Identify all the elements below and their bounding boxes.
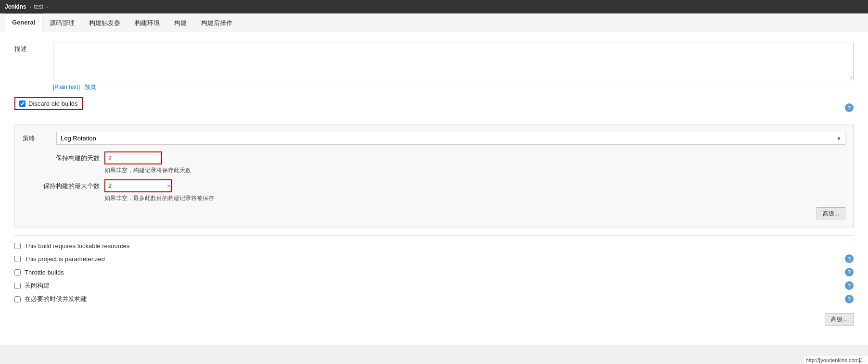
divider-1: [14, 235, 854, 236]
breadcrumb-arrow-2: ›: [46, 4, 48, 10]
plain-text-link[interactable]: [Plain text]: [53, 84, 80, 90]
preview-link[interactable]: 预览: [85, 84, 96, 90]
days-keep-label: 保持构建的天数: [23, 154, 100, 163]
throttle-builds-label: Throttle builds: [25, 269, 64, 276]
tab-build-env[interactable]: 构建环境: [128, 13, 167, 32]
description-label: 描述: [14, 42, 53, 53]
discard-builds-help-icon[interactable]: ?: [845, 103, 854, 112]
bottom-advanced-button[interactable]: 高级...: [825, 313, 854, 326]
tab-source-mgmt[interactable]: 源码管理: [42, 13, 82, 32]
concurrent-build-checkbox[interactable]: [14, 296, 21, 302]
throttle-builds-checkbox[interactable]: [14, 269, 21, 276]
description-row: 描述 [Plain text] 预览: [14, 42, 854, 91]
days-keep-input-wrap: [104, 151, 162, 164]
breadcrumb-test[interactable]: test: [34, 3, 43, 10]
max-builds-hint: 如果非空，最多此数目的构建记录将被保存: [104, 194, 845, 202]
concurrent-build-help-icon[interactable]: ?: [845, 295, 854, 303]
tab-general[interactable]: General: [5, 13, 42, 32]
checkbox-row-throttle: Throttle builds ?: [14, 268, 854, 276]
max-builds-clear-button[interactable]: ×: [167, 183, 171, 189]
parameterized-help-icon[interactable]: ?: [845, 254, 854, 263]
plain-text-row: [Plain text] 预览: [53, 83, 96, 91]
checkbox-row-parameterized: This project is parameterized ?: [14, 254, 854, 263]
advanced-btn-row: 高级...: [23, 207, 845, 220]
description-textarea[interactable]: [53, 42, 854, 80]
strategy-label: 策略: [23, 134, 51, 143]
days-keep-input[interactable]: [104, 151, 162, 164]
advanced-button[interactable]: 高级...: [817, 207, 845, 220]
max-builds-input-wrap: ×: [104, 179, 172, 192]
strategy-area: 策略 Log Rotation ▼ 保持构建的天数 如果非空，构建记录将保存此天…: [14, 125, 854, 227]
lockable-resources-checkbox[interactable]: [14, 243, 21, 249]
tab-bar: General 源码管理 构建触发器 构建环境 构建 构建后操作: [0, 13, 868, 32]
strategy-row: 策略 Log Rotation ▼: [23, 132, 845, 145]
discard-builds-checkbox[interactable]: [19, 100, 26, 107]
max-builds-label-row: 保持构建的最大个数 ×: [23, 179, 845, 192]
checkbox-row-lockable: This build requires lockable resources: [14, 242, 854, 250]
strategy-select-wrap: Log Rotation ▼: [56, 132, 845, 145]
days-keep-row: 保持构建的天数 如果非空，构建记录将保存此天数: [23, 151, 845, 175]
disable-build-label: 关闭构建: [25, 281, 50, 290]
jenkins-logo[interactable]: Jenkins: [5, 3, 26, 10]
bottom-advanced-row: 高级...: [14, 313, 854, 336]
checkbox-row-disable-build: 关闭构建 ?: [14, 281, 854, 290]
days-keep-label-row: 保持构建的天数: [23, 151, 845, 164]
disable-build-checkbox[interactable]: [14, 283, 21, 289]
max-builds-input[interactable]: [104, 179, 172, 192]
description-control-wrap: [Plain text] 预览: [53, 42, 854, 91]
checkbox-row-concurrent: 在必要的时候并发构建 ?: [14, 295, 854, 303]
lockable-resources-label: This build requires lockable resources: [25, 242, 129, 250]
tab-build-triggers[interactable]: 构建触发器: [82, 13, 128, 32]
max-builds-label: 保持构建的最大个数: [23, 182, 100, 190]
breadcrumb-arrow-1: ›: [29, 4, 31, 10]
parameterized-checkbox[interactable]: [14, 256, 21, 262]
throttle-builds-help-icon[interactable]: ?: [845, 268, 854, 276]
checkbox-section: This build requires lockable resources T…: [14, 242, 854, 303]
max-builds-row: 保持构建的最大个数 × 如果非空，最多此数目的构建记录将被保存: [23, 179, 845, 202]
tab-post-build[interactable]: 构建后操作: [194, 13, 240, 32]
discard-builds-label: Discard old builds: [28, 100, 78, 107]
strategy-select[interactable]: Log Rotation: [56, 132, 845, 145]
form-area: 描述 [Plain text] 预览 Discard old builds ?: [0, 32, 868, 345]
concurrent-build-label: 在必要的时候并发构建: [25, 295, 87, 303]
topbar: Jenkins › test ›: [0, 0, 868, 13]
days-keep-hint: 如果非空，构建记录将保存此天数: [104, 166, 845, 175]
tab-build[interactable]: 构建: [167, 13, 194, 32]
parameterized-label: This project is parameterized: [25, 255, 105, 263]
main-content: General 源码管理 构建触发器 构建环境 构建 构建后操作 描述 [Pla…: [0, 13, 868, 345]
disable-build-help-icon[interactable]: ?: [845, 281, 854, 290]
discard-builds-section: Discard old builds: [14, 97, 83, 110]
